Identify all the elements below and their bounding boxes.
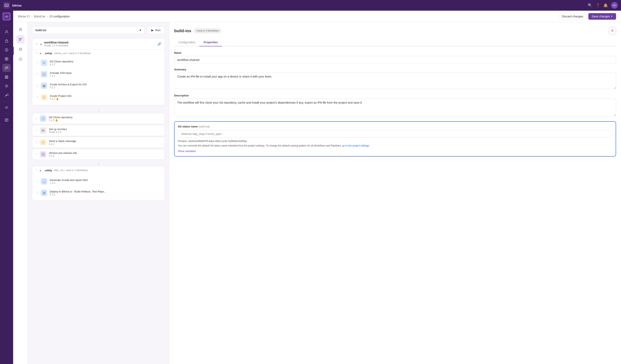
wf-left-db[interactable] xyxy=(17,45,25,53)
step-drag-handle[interactable]: ⠿ xyxy=(35,141,37,144)
svg-text:📦: 📦 xyxy=(43,84,45,87)
discard-changes-button[interactable]: Discard changes xyxy=(558,13,587,20)
wf-left-workflows[interactable] xyxy=(17,35,25,44)
description-label: Description xyxy=(174,94,616,97)
nav-left: bitrise xyxy=(3,2,22,9)
list-item[interactable]: ⠿ ↓ Git Clone repository 4.1.2 xyxy=(34,57,163,68)
sidebar-item-billing[interactable]: $ xyxy=(2,46,11,54)
prop-title: build-ios xyxy=(174,29,191,33)
svg-text:#: # xyxy=(42,141,44,143)
search-icon[interactable]: 🔍 xyxy=(588,3,592,8)
run-button[interactable]: ▶ Run xyxy=(147,26,165,34)
sidebar-item-security[interactable] xyxy=(2,37,11,45)
svg-point-15 xyxy=(6,85,7,87)
list-item[interactable]: ⠿ # Send a Slack message 4.x.x xyxy=(32,137,165,148)
list-item[interactable]: ⠿ 🚀 Deploy to Bitrise.io - Build Artifac… xyxy=(34,187,163,198)
sidebar-item-stacks[interactable] xyxy=(2,73,11,81)
step-drag-handle[interactable]: ⠿ xyxy=(36,73,38,76)
list-item[interactable]: ⠿ doc Set up envVars Script 4.1.2 xyxy=(32,125,165,136)
utility-collapse-button[interactable]: ▲ xyxy=(39,169,42,172)
sidebar-item-code[interactable] xyxy=(2,103,11,112)
svg-rect-10 xyxy=(7,59,8,60)
breadcrumb-bitrise-ci[interactable]: Bitrise CI xyxy=(18,15,30,18)
pipeline-dropdown[interactable]: build-ios ▾ xyxy=(32,26,145,34)
save-changes-button[interactable]: Save changes ▼ xyxy=(588,13,616,20)
step-drag-handle[interactable]: ⠿ xyxy=(35,129,37,132)
workflow-block-subtitle: Xcode 1.2.3 emulated xyxy=(44,44,69,47)
setup-group-name: _setup xyxy=(44,52,52,55)
svg-rect-9 xyxy=(5,59,6,60)
wf-left-dollar[interactable]: $ xyxy=(17,55,25,63)
svg-text:$: $ xyxy=(20,58,21,60)
collapse-button[interactable]: ▲ xyxy=(40,42,42,46)
sidebar-item-logs[interactable] xyxy=(2,116,11,124)
setup-group-header: ⠿ ▲ _setup before_run • used in 3 Workfl… xyxy=(32,50,165,56)
list-item[interactable]: ⠿ ↓ Git Clone repository 4.1.0 ⚠️ xyxy=(32,113,165,124)
step-drag-handle[interactable]: ⠿ xyxy=(36,61,38,64)
project-avatar[interactable]: OG xyxy=(2,12,11,20)
dropdown-chevron-icon: ▾ xyxy=(140,29,141,32)
sidebar-item-profile[interactable] xyxy=(2,28,11,36)
utility-group-name: _utility xyxy=(44,169,52,172)
utility-drag-handle[interactable]: ⠿ xyxy=(35,169,37,172)
description-textarea[interactable] xyxy=(174,99,616,116)
step-drag-handle[interactable]: ⠿ xyxy=(35,153,37,156)
workflow-chain-link-icon[interactable]: 🔗 xyxy=(157,42,161,46)
notification-icon[interactable]: 🔔 xyxy=(603,3,608,8)
list-item[interactable]: ⠿ 🔑 Activate SSH keys 1.1.2 xyxy=(34,69,163,80)
step-drag-handle[interactable]: ⠿ xyxy=(36,180,38,183)
setup-collapse-button[interactable]: ▲ xyxy=(39,51,42,55)
step-info: Git Clone repository 4.1.2 xyxy=(50,60,161,66)
svg-rect-14 xyxy=(5,78,8,78)
tab-configuration[interactable]: Configuration xyxy=(174,39,199,46)
svg-text:↓: ↓ xyxy=(43,62,45,64)
prop-title-area: build-ios Used in 3 Workflows xyxy=(174,28,221,33)
summary-textarea[interactable] xyxy=(174,73,616,89)
main-layout: Bitrise CI › BoboCar › CI configuration … xyxy=(13,11,621,364)
delete-button[interactable] xyxy=(609,27,616,34)
help-icon[interactable]: ❓ xyxy=(596,3,600,8)
step-drag-handle[interactable]: ⠿ xyxy=(36,96,38,99)
svg-text:OG: OG xyxy=(5,15,8,18)
breadcrumb-bobocar[interactable]: BoboCar xyxy=(34,15,45,18)
sidebar-item-pipelines[interactable] xyxy=(2,64,11,72)
tab-properties[interactable]: Properties xyxy=(199,39,222,46)
user-avatar[interactable] xyxy=(611,2,618,9)
warning-icon: ⚠️ xyxy=(56,98,59,100)
step-name: Git Clone repository xyxy=(50,60,161,63)
svg-text:doc: doc xyxy=(42,130,45,132)
setup-drag-handle[interactable]: ⠿ xyxy=(35,52,37,55)
usage-badge: Used in 3 Workflows xyxy=(194,28,221,33)
run-label: Run xyxy=(155,29,161,32)
workflow-main: build-ios ▾ ▶ Run ⠿ ▲ xyxy=(28,22,169,364)
list-item[interactable]: ⠿ 📦 Xcode Archive & Export for iOS 5.1.2 xyxy=(34,81,163,91)
svg-text:$: $ xyxy=(6,49,7,51)
project-settings-link[interactable]: go to the project settings. xyxy=(342,144,370,147)
step-version: Script 4.1.2 xyxy=(49,131,161,133)
sidebar-item-tools[interactable] xyxy=(2,91,11,99)
step-drag-handle[interactable]: ⠿ xyxy=(36,84,38,87)
save-dropdown-icon[interactable]: ▼ xyxy=(611,15,613,17)
step-drag-handle[interactable]: ⠿ xyxy=(35,117,37,120)
breadcrumb-sep-2: › xyxy=(47,15,48,18)
list-item[interactable]: ⠿ 📊 Generate Xcode test report html 1.1.… xyxy=(34,176,163,187)
wf-left-profile[interactable] xyxy=(17,25,25,34)
git-status-input[interactable] xyxy=(178,130,612,138)
git-status-box: Git status name (optional) Preview: ci/b… xyxy=(174,121,616,157)
list-item[interactable]: ⠿ ℹ Xcode Project Info 4.1.0 ⚠️ xyxy=(34,92,163,103)
list-item[interactable]: ⠿ v Version pre-release info 3.1.2 xyxy=(32,149,165,160)
svg-rect-7 xyxy=(5,57,6,59)
show-variables-link[interactable]: Show variables xyxy=(178,149,196,153)
step-drag-handle[interactable]: ⠿ xyxy=(36,191,38,194)
workflow-block-drag[interactable]: ⠿ xyxy=(35,42,38,46)
connector-arrow-1: ↓ xyxy=(32,108,165,113)
sidebar: OG $ xyxy=(0,11,13,364)
svg-text:📊: 📊 xyxy=(43,180,45,183)
sidebar-item-apps[interactable] xyxy=(2,55,11,63)
svg-rect-13 xyxy=(5,77,8,78)
svg-point-18 xyxy=(19,48,22,49)
sidebar-item-settings[interactable] xyxy=(2,82,11,90)
name-input[interactable] xyxy=(174,56,616,64)
step-version: 5.1.2 xyxy=(50,86,161,89)
sidebar-divider-2 xyxy=(3,101,10,101)
